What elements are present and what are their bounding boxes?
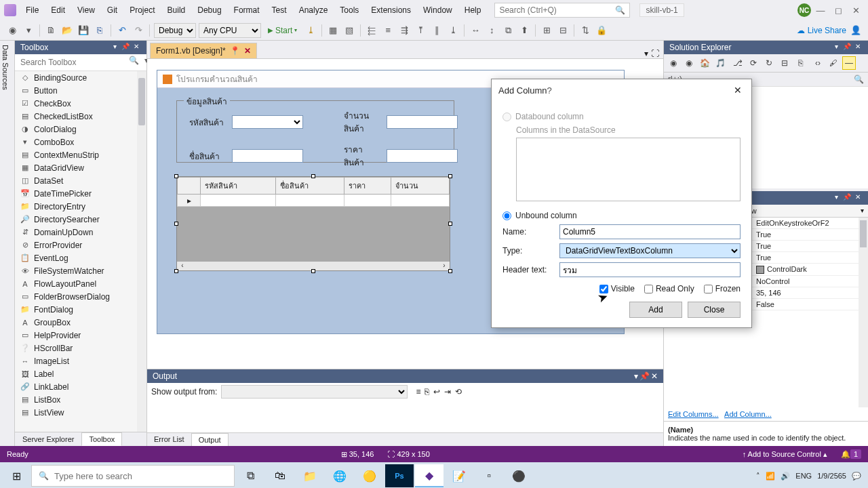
- status-notifications[interactable]: 🔔1: [841, 450, 861, 459]
- toolbox-item-checkedlistbox[interactable]: ▤CheckedListBox: [15, 110, 146, 123]
- type-select[interactable]: DataGridViewTextBoxColumn: [559, 243, 741, 258]
- combo-code[interactable]: [232, 115, 303, 129]
- props-close-icon[interactable]: ✕: [853, 193, 863, 203]
- menu-git[interactable]: Git: [102, 3, 123, 18]
- toolbox-item-fontdialog[interactable]: 📁FontDialog: [15, 303, 146, 316]
- output-from-select[interactable]: [221, 385, 408, 399]
- close-tab-icon[interactable]: ✕: [244, 46, 251, 56]
- menu-help[interactable]: Help: [459, 3, 487, 18]
- toolbox-item-label[interactable]: 🖼Label: [15, 367, 146, 380]
- sol-menu-icon[interactable]: ▾: [831, 43, 841, 52]
- quick-search-input[interactable]: [499, 5, 615, 15]
- radio-unbound[interactable]: Unbound column: [502, 211, 741, 220]
- menu-tools[interactable]: Tools: [334, 3, 364, 18]
- tray-wifi-icon[interactable]: 📶: [766, 472, 775, 481]
- sol-designer-icon[interactable]: 🖋: [827, 56, 840, 70]
- toolbox-search[interactable]: 🔍 ▾: [15, 54, 146, 71]
- tray-notif-icon[interactable]: 💬: [852, 472, 861, 481]
- close-button[interactable]: ✕: [848, 5, 864, 16]
- bring-front-icon[interactable]: ⬆: [517, 24, 531, 37]
- menu-edit[interactable]: Edit: [45, 3, 71, 18]
- user-avatar[interactable]: NC: [797, 3, 811, 17]
- toolbox-item-filesystemwatcher[interactable]: 👁FileSystemWatcher: [15, 264, 146, 277]
- tab-order-icon[interactable]: ⇅: [578, 24, 592, 37]
- output-goto-icon[interactable]: ⇥: [444, 387, 451, 396]
- save-icon[interactable]: 💾: [77, 24, 90, 37]
- layout-icon[interactable]: ▦: [326, 24, 340, 37]
- toolbox-item-directorysearcher[interactable]: 🔎DirectorySearcher: [15, 213, 146, 226]
- props-menu-icon[interactable]: ▾: [831, 193, 841, 203]
- toolbox-item-datagridview[interactable]: ▦DataGridView: [15, 161, 146, 174]
- menu-view[interactable]: View: [72, 3, 100, 18]
- live-share-button[interactable]: ☁ Live Share: [797, 26, 846, 35]
- link-add-column[interactable]: Add Column...: [724, 410, 772, 418]
- input-price[interactable]: [387, 149, 458, 163]
- tray-lang-icon[interactable]: ENG: [795, 472, 812, 480]
- toolbox-close-icon[interactable]: ✕: [132, 43, 141, 52]
- toolbox-pin-icon[interactable]: 📌: [121, 43, 130, 52]
- output-toggle-icon[interactable]: ⟲: [455, 387, 462, 396]
- toolbox-item-listbox[interactable]: ▤ListBox: [15, 393, 146, 406]
- task-view-icon[interactable]: ⧉: [236, 464, 264, 487]
- radio-unbound-input[interactable]: [502, 211, 511, 220]
- start-button[interactable]: ⊞: [3, 465, 30, 487]
- save-all-icon[interactable]: ⎘: [93, 24, 106, 37]
- taskbar-search[interactable]: 🔍: [31, 465, 235, 487]
- frozen-checkbox[interactable]: Frozen: [704, 284, 741, 293]
- link-edit-columns[interactable]: Edit Columns...: [668, 410, 719, 418]
- dgv-header-2[interactable]: ชื่อสินค้า: [276, 178, 344, 195]
- toolbox-item-colordialog[interactable]: ◑ColorDialog: [15, 123, 146, 136]
- taskbar-store-icon[interactable]: 🛍: [266, 464, 294, 487]
- output-wrap-icon[interactable]: ↩: [433, 387, 440, 396]
- align-left-icon[interactable]: ⬱: [365, 24, 378, 37]
- align-center-icon[interactable]: ≡: [381, 24, 395, 37]
- sol-fwd-icon[interactable]: ◉: [682, 56, 696, 70]
- taskbar-vs-icon[interactable]: ◆: [415, 464, 443, 487]
- header-text-input[interactable]: [559, 262, 741, 277]
- tray-time[interactable]: 1/9/2565: [817, 472, 846, 480]
- sol-properties-icon[interactable]: —: [842, 56, 856, 70]
- toolbox-item-listview[interactable]: ▤ListView: [15, 406, 146, 419]
- sol-refresh-icon[interactable]: ⟳: [747, 56, 760, 70]
- toolbox-item-folderbrowserdialog[interactable]: ▭FolderBrowserDialog: [15, 290, 146, 303]
- taskbar-app-icon[interactable]: ▫: [475, 464, 503, 487]
- taskbar-search-input[interactable]: [54, 471, 227, 481]
- pin-icon[interactable]: 📍: [230, 46, 240, 56]
- sol-pin-icon[interactable]: 📌: [842, 43, 852, 52]
- toolbox-item-checkbox[interactable]: ☑CheckBox: [15, 97, 146, 110]
- tab-toolbox[interactable]: Toolbox: [81, 432, 122, 446]
- taskbar-edge-icon[interactable]: 🌐: [326, 464, 354, 487]
- menu-window[interactable]: Window: [418, 3, 458, 18]
- close-button[interactable]: Close: [688, 302, 741, 318]
- undo-icon[interactable]: ↶: [115, 24, 129, 37]
- dialog-help-icon[interactable]: ?: [547, 85, 552, 96]
- props-scrollbar[interactable]: [859, 218, 868, 407]
- vspace-icon[interactable]: ↕: [485, 24, 498, 37]
- doc-tab-form1[interactable]: Form1.vb [Design]* 📍 ✕: [150, 43, 257, 58]
- toolbox-item-bindingsource[interactable]: ◇BindingSource: [15, 71, 146, 84]
- nav-back-icon[interactable]: ◉: [5, 24, 19, 37]
- toolbox-item-domainupdown[interactable]: ⇵DomainUpDown: [15, 226, 146, 239]
- lock-icon[interactable]: 🔒: [595, 24, 608, 37]
- menu-analyze[interactable]: Analyze: [294, 3, 334, 18]
- align-top-icon[interactable]: ⤒: [414, 24, 427, 37]
- output-pin-icon[interactable]: 📌: [639, 371, 650, 381]
- menu-debug[interactable]: Debug: [192, 3, 226, 18]
- groupbox-product[interactable]: ข้อมูลสินค้า รหัสสินค้า จำนวนสินค้า ชื่อ…: [176, 100, 454, 163]
- toolbox-item-datetimepicker[interactable]: 📅DateTimePicker: [15, 187, 146, 200]
- props-pin-icon[interactable]: 📌: [842, 193, 852, 203]
- hspace-icon[interactable]: ↔: [469, 24, 482, 37]
- center-v-icon[interactable]: ⊟: [556, 24, 570, 37]
- toolbox-item-helpprovider[interactable]: ▭HelpProvider: [15, 329, 146, 342]
- menu-project[interactable]: Project: [124, 3, 160, 18]
- add-button[interactable]: Add: [629, 302, 682, 318]
- minimize-button[interactable]: —: [812, 5, 829, 16]
- align-grid-icon[interactable]: ▧: [342, 24, 356, 37]
- menu-test[interactable]: Test: [267, 3, 292, 18]
- platform-select[interactable]: Any CPU: [199, 23, 261, 38]
- dgv-rowheader[interactable]: ▸: [178, 195, 201, 207]
- taskbar-chrome-icon[interactable]: 🟡: [355, 464, 384, 487]
- start-button[interactable]: Start ▾: [264, 26, 301, 35]
- align-right-icon[interactable]: ⇶: [397, 24, 411, 37]
- maximize-button[interactable]: ◻: [830, 5, 846, 16]
